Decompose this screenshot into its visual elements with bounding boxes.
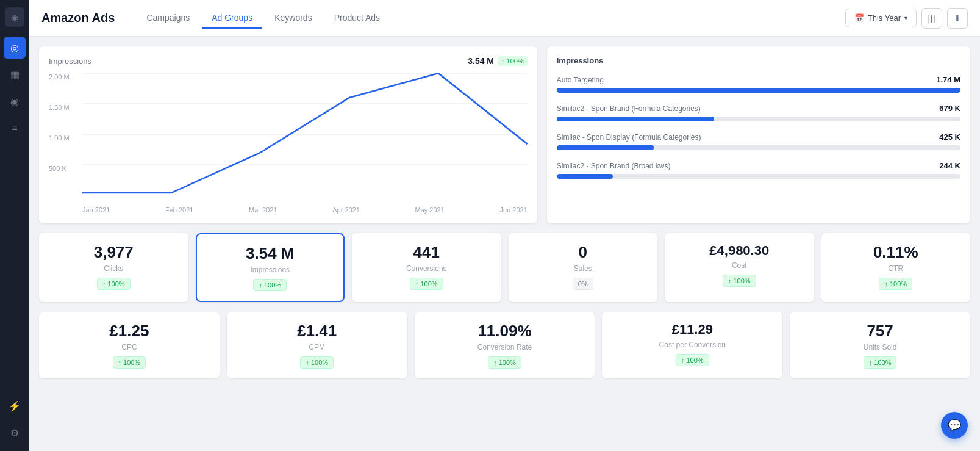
chart-header: Impressions 3.54 M ↑ 100% (49, 56, 528, 66)
metric-impressions-value: 3.54 M (204, 244, 337, 263)
metric-impressions-badge: ↑ 100% (253, 279, 287, 291)
list-icon: ≡ (12, 123, 17, 134)
imp-label-3: Similac2 - Spon Brand (Broad kws) (557, 162, 671, 170)
imp-bar-1 (557, 117, 714, 121)
plug-icon: ⚡ (9, 400, 21, 412)
tab-product-ads[interactable]: Product Ads (324, 8, 390, 29)
bar-chart-icon: ▦ (10, 69, 20, 81)
tab-ad-groups[interactable]: Ad Groups (202, 8, 262, 29)
metric-cost: £4,980.30 Cost ↑ 100% (665, 233, 814, 302)
imp-bar-0 (557, 88, 960, 93)
metric-cost-per-conversion-value: £11.29 (609, 322, 775, 337)
date-filter-label: This Year (868, 13, 901, 23)
metric-cost-per-conversion-label: Cost per Conversion (609, 341, 775, 349)
user-icon: ◉ (10, 96, 19, 107)
sidebar-item-user[interactable]: ◉ (4, 90, 26, 112)
imp-bar-3 (557, 174, 613, 179)
chart-total: 3.54 M ↑ 100% (468, 56, 528, 66)
metric-ctr-label: CTR (829, 264, 964, 273)
metric-units-sold-value: 757 (797, 322, 963, 341)
target-icon: ◎ (10, 42, 19, 54)
top-row: Impressions 3.54 M ↑ 100% 2.00 M 1.50 M … (39, 46, 970, 223)
metric-conversions-value: 441 (359, 243, 494, 262)
imp-bar-2 (557, 145, 654, 150)
chart-y-labels: 2.00 M 1.50 M 1.00 M 500 K (49, 73, 79, 195)
header-actions: 📅 This Year ▾ ||| ⬇ (845, 8, 968, 29)
sidebar-item-plug[interactable]: ⚡ (4, 395, 26, 417)
nav-tabs: Campaigns Ad Groups Keywords Product Ads (137, 8, 830, 29)
metrics-row-2: £1.25 CPC ↑ 100% £1.41 CPM ↑ 100% 11.09%… (39, 312, 970, 378)
tab-campaigns[interactable]: Campaigns (137, 8, 199, 29)
metric-cpm-badge: ↑ 100% (300, 356, 334, 369)
metric-cost-per-conversion: £11.29 Cost per Conversion ↑ 100% (602, 312, 782, 378)
metric-cost-value: £4,980.30 (672, 243, 807, 259)
imp-row-0: Auto Targeting 1.74 M (557, 75, 960, 93)
imp-label-0: Auto Targeting (557, 76, 604, 84)
chat-icon: 💬 (948, 419, 961, 432)
metric-ctr-value: 0.11% (829, 243, 964, 262)
metrics-row-1: 3,977 Clicks ↑ 100% 3.54 M Impressions ↑… (39, 233, 970, 302)
metric-impressions: 3.54 M Impressions ↑ 100% (196, 233, 345, 302)
impressions-bar-title: Impressions (557, 56, 960, 65)
chat-button[interactable]: 💬 (941, 412, 968, 439)
header: Amazon Ads Campaigns Ad Groups Keywords … (29, 0, 980, 37)
imp-row-2: Similac - Spon Display (Formula Categori… (557, 132, 960, 150)
metric-cpc-value: £1.25 (46, 322, 212, 341)
imp-value-1: 679 K (939, 104, 960, 113)
columns-icon: ||| (928, 13, 935, 23)
impressions-chart-card: Impressions 3.54 M ↑ 100% 2.00 M 1.50 M … (39, 46, 537, 223)
metric-cpc-badge: ↑ 100% (113, 356, 146, 369)
metric-conversions-badge: ↑ 100% (410, 278, 443, 290)
columns-button[interactable]: ||| (921, 8, 942, 29)
metric-sales-value: 0 (516, 243, 651, 262)
sidebar-logo[interactable]: ◈ (5, 7, 24, 27)
metric-impressions-label: Impressions (204, 265, 337, 274)
metric-cpm: £1.41 CPM ↑ 100% (227, 312, 407, 378)
metric-sales: 0 Sales 0% (509, 233, 658, 302)
metric-conversion-rate-badge: ↑ 100% (488, 356, 521, 369)
metric-conversion-rate-value: 11.09% (422, 322, 588, 341)
sidebar-item-list[interactable]: ≡ (4, 117, 26, 139)
metric-cost-label: Cost (672, 261, 807, 270)
metric-clicks: 3,977 Clicks ↑ 100% (39, 233, 188, 302)
metric-cpc: £1.25 CPC ↑ 100% (39, 312, 220, 378)
sidebar-item-settings[interactable]: ⚙ (4, 422, 26, 444)
metric-conversions: 441 Conversions ↑ 100% (352, 233, 501, 302)
gear-icon: ⚙ (10, 427, 19, 439)
metric-clicks-badge: ↑ 100% (97, 278, 131, 290)
metric-sales-badge: 0% (573, 278, 593, 290)
impressions-bar-card: Impressions Auto Targeting 1.74 M Simila… (547, 46, 970, 223)
tab-keywords[interactable]: Keywords (265, 8, 321, 29)
metric-units-sold-badge: ↑ 100% (864, 356, 897, 369)
imp-value-0: 1.74 M (936, 75, 960, 84)
calendar-icon: 📅 (854, 13, 864, 23)
imp-row-1: Similac2 - Spon Brand (Formula Categorie… (557, 104, 960, 121)
metric-clicks-value: 3,977 (46, 243, 181, 262)
date-filter-button[interactable]: 📅 This Year ▾ (845, 9, 917, 27)
chart-container: 2.00 M 1.50 M 1.00 M 500 K (49, 73, 528, 214)
sidebar: ◈ ◎ ▦ ◉ ≡ ⚡ ⚙ (0, 0, 29, 451)
imp-value-3: 244 K (939, 161, 960, 170)
metric-sales-label: Sales (516, 264, 651, 273)
metric-conversion-rate: 11.09% Conversion Rate ↑ 100% (415, 312, 595, 378)
chart-x-labels: Jan 2021 Feb 2021 Mar 2021 Apr 2021 May … (82, 206, 528, 214)
imp-row-3: Similac2 - Spon Brand (Broad kws) 244 K (557, 161, 960, 179)
metric-conversion-rate-label: Conversion Rate (422, 343, 588, 352)
sidebar-item-target[interactable]: ◎ (4, 37, 26, 59)
chevron-down-icon: ▾ (904, 15, 907, 21)
metric-cpm-label: CPM (234, 343, 400, 352)
metric-cost-per-conversion-badge: ↑ 100% (676, 354, 709, 366)
metric-units-sold-label: Units Sold (797, 343, 963, 352)
sidebar-item-charts[interactable]: ▦ (4, 63, 26, 85)
main-content: Amazon Ads Campaigns Ad Groups Keywords … (29, 0, 980, 451)
imp-label-1: Similac2 - Spon Brand (Formula Categorie… (557, 104, 701, 113)
metric-cpc-label: CPC (46, 343, 212, 352)
metric-cost-badge: ↑ 100% (723, 275, 756, 287)
metric-cpm-value: £1.41 (234, 322, 400, 341)
metric-ctr-badge: ↑ 100% (879, 278, 912, 290)
chart-badge: ↑ 100% (498, 56, 528, 66)
download-button[interactable]: ⬇ (947, 8, 968, 29)
chart-title: Impressions (49, 57, 91, 66)
metric-units-sold: 757 Units Sold ↑ 100% (790, 312, 970, 378)
page-title: Amazon Ads (41, 11, 115, 25)
